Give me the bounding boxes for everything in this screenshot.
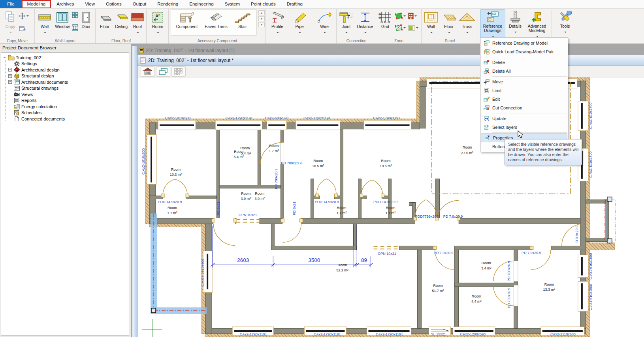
room-icon: A² [149,10,166,24]
menu-tab-file[interactable]: File [0,0,22,8]
ceiling-button[interactable]: Ceiling [113,10,130,29]
roof-button[interactable]: Roof [130,10,145,36]
menu-item-move[interactable]: Move [480,77,568,86]
tree-item-views[interactable]: Views [3,91,129,98]
cascade-windows-button[interactable] [156,66,170,77]
expand-gallery-button[interactable]: ▼ [258,22,265,27]
advanced-modeling-button[interactable]: Advanced Modeling [524,10,550,40]
dimension-value: 3500 [308,257,320,263]
scroll-up-button[interactable]: ▲ [258,10,265,15]
move-button[interactable] [19,12,31,20]
right-selection[interactable] [605,197,615,243]
menu-item-limit[interactable]: Limit [480,86,568,95]
tile-windows-button[interactable] [171,66,186,77]
details-button[interactable]: Details [507,10,524,36]
room-label: Room [168,206,177,210]
views-icon [13,91,20,97]
component-label: CAx2-1200x590 [460,332,486,336]
tree-item-label: Training_002` [16,55,42,60]
tree-item-connected-documents[interactable]: Connected documents [3,116,129,122]
pipe-icon [291,10,308,24]
wall-button[interactable]: Wall [37,10,53,36]
ribbon-group-room: A² Room [147,9,169,43]
menu-tab-rendering[interactable]: Rendering [152,0,184,8]
tree-item-architectural-design[interactable]: +Architectural design [3,67,129,73]
menu-tab-archives[interactable]: Archives [51,0,79,8]
menu-item-select-layers[interactable]: Select layers [480,123,568,132]
pipe-button[interactable]: Pipe [291,10,308,36]
menu-item-edit[interactable]: Edit [480,95,568,104]
menu-item-update[interactable]: Update [480,114,568,123]
wire-button[interactable]: Wire [316,10,333,36]
menu-item-reference-drawing-or-model[interactable]: Reference Drawing or Model [480,39,568,47]
component-label: C.Ax1-610x1800 [589,151,593,178]
room-label: Room [386,206,395,210]
joint-button[interactable]: Joint [338,10,354,36]
selected-reference-drawing[interactable] [151,213,207,314]
crosshair-cursor [142,319,162,337]
tree-item-structural-drawings[interactable]: Structural drawings [3,85,129,92]
ribbon-group-wire: Wire [313,9,337,43]
room-label: 10.5 m² [380,164,392,168]
tree-item-architectural-documents[interactable]: +Architectural documents [3,79,129,85]
distance-button[interactable]: Distance [355,10,375,36]
floor-button[interactable]: Floor [97,10,113,29]
profile-button[interactable]: Profile [268,10,287,36]
menu-item-label: Edit [492,97,500,102]
menu-tab-view[interactable]: View [79,0,100,8]
ribbon-group-profile-pipe: Profile Pipe [266,9,312,43]
truss-button[interactable]: Truss [458,10,476,36]
tree-item-reports[interactable]: Reports [3,98,129,104]
menu-tab-modeling[interactable]: Modeling [22,0,51,8]
window-export-button[interactable] [19,24,31,32]
component-button[interactable]: Component [174,10,200,29]
eaves-trims-button[interactable]: Eaves Trims [203,10,229,29]
tree-item-settings[interactable]: Settings [3,61,129,67]
grid-button[interactable]: Grid [377,10,393,29]
panel-wall-button[interactable]: Wall [423,10,439,36]
building-view-button[interactable] [141,66,155,77]
room-label: Room [241,192,250,196]
tree-expander[interactable]: + [8,80,12,84]
menu-tab-output[interactable]: Output [127,0,152,8]
tree-item-energy-calculation[interactable]: Energy calculation [3,104,129,110]
window-button[interactable]: Window [53,10,72,29]
menu-tab-drafting[interactable]: Drafting [281,0,308,8]
panel-floor-button[interactable]: Floor [440,10,458,36]
menu-item-quick-load-drawing-model-pair[interactable]: Quick Load Drawing-Model Pair [480,47,568,56]
door-button[interactable]: Door [79,10,94,29]
menu-tab-options[interactable]: Options [100,0,127,8]
reference-drawings-button[interactable]: Reference Drawings [480,10,505,40]
tree-item-structural-design[interactable]: +Structural design [3,73,129,79]
archdoc-icon [13,79,20,85]
tools-button[interactable]: Tools [555,10,574,36]
tree-expander[interactable]: + [8,68,12,72]
stair-button[interactable]: Stair [232,10,253,29]
menu-item-delete-all[interactable]: Delete All [480,67,568,75]
room-button[interactable]: A² Room [149,10,166,36]
move-icon [19,13,26,19]
project-tree[interactable]: −Training_002`Settings+Architectural des… [1,53,129,335]
tree-item-schedules[interactable]: Schedules [3,110,129,116]
tree-item-label: Structural design [21,73,54,78]
zone-hatch-button[interactable] [395,24,407,32]
menu-tab-engineering[interactable]: Engineering [184,0,219,8]
menu-item-delete[interactable]: Delete [480,58,568,67]
menu-item-cut-connection[interactable]: Cut Connection [480,104,568,112]
menu-tab-point-clouds[interactable]: Point clouds [245,0,281,8]
tree-item-training-002[interactable]: −Training_002` [3,55,129,61]
scroll-down-button[interactable]: ▼ [258,16,265,21]
mouse-cursor [518,130,524,141]
zone-building-button[interactable] [408,12,420,20]
zone-polygon-button[interactable] [395,12,407,20]
room-label: 3.9 m² [241,197,250,201]
menu-tab-system[interactable]: System [219,0,245,8]
reports-icon [13,98,20,104]
tree-expander[interactable]: − [3,56,6,59]
accessory-scroll-buttons[interactable]: ▲▼▼ [258,10,265,28]
room-label: 4.4 m² [471,299,481,303]
copy-button[interactable]: Copy [2,10,18,36]
zone-color-button[interactable] [408,24,420,32]
tree-expander[interactable]: + [8,74,12,78]
room-label: Room [313,159,323,163]
